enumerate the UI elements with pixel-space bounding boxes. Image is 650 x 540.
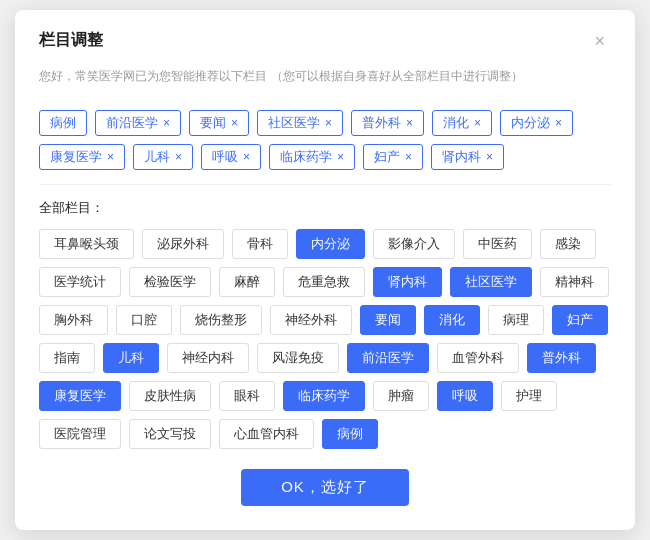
all-tag-item[interactable]: 麻醉 — [219, 267, 275, 297]
all-tag-item[interactable]: 神经内科 — [167, 343, 249, 373]
all-tag-item[interactable]: 中医药 — [463, 229, 532, 259]
all-tag-item[interactable]: 儿科 — [103, 343, 159, 373]
all-tag-item[interactable]: 社区医学 — [450, 267, 532, 297]
selected-tag[interactable]: 临床药学× — [269, 144, 355, 170]
all-tag-item[interactable]: 精神科 — [540, 267, 609, 297]
section-label: 全部栏目： — [39, 199, 611, 217]
remove-tag-icon[interactable]: × — [555, 116, 562, 130]
remove-tag-icon[interactable]: × — [243, 150, 250, 164]
remove-tag-icon[interactable]: × — [175, 150, 182, 164]
selected-tag[interactable]: 消化× — [432, 110, 492, 136]
close-button[interactable]: × — [588, 30, 611, 52]
all-tags-area: 耳鼻喉头颈泌尿外科骨科内分泌影像介入中医药感染医学统计检验医学麻醉危重急救肾内科… — [39, 229, 611, 449]
selected-tag[interactable]: 肾内科× — [431, 144, 504, 170]
all-tag-item[interactable]: 论文写投 — [129, 419, 211, 449]
all-tag-item[interactable]: 普外科 — [527, 343, 596, 373]
all-tag-item[interactable]: 心血管内科 — [219, 419, 314, 449]
description: 您好，常笑医学网已为您智能推荐以下栏目 （您可以根据自身喜好从全部栏目中进行调整… — [39, 66, 611, 87]
all-tag-item[interactable]: 烧伤整形 — [180, 305, 262, 335]
ok-button[interactable]: OK，选好了 — [241, 469, 409, 506]
dialog-title: 栏目调整 — [39, 30, 103, 51]
all-tag-item[interactable]: 妇产 — [552, 305, 608, 335]
selected-tag[interactable]: 要闻× — [189, 110, 249, 136]
all-tag-item[interactable]: 检验医学 — [129, 267, 211, 297]
selected-tag[interactable]: 内分泌× — [500, 110, 573, 136]
remove-tag-icon[interactable]: × — [406, 116, 413, 130]
all-tag-item[interactable]: 骨科 — [232, 229, 288, 259]
all-tag-item[interactable]: 眼科 — [219, 381, 275, 411]
all-tag-item[interactable]: 胸外科 — [39, 305, 108, 335]
all-tag-item[interactable]: 要闻 — [360, 305, 416, 335]
remove-tag-icon[interactable]: × — [474, 116, 481, 130]
all-tag-item[interactable]: 医学统计 — [39, 267, 121, 297]
remove-tag-icon[interactable]: × — [405, 150, 412, 164]
all-tag-item[interactable]: 医院管理 — [39, 419, 121, 449]
all-tag-item[interactable]: 消化 — [424, 305, 480, 335]
selected-tag[interactable]: 儿科× — [133, 144, 193, 170]
selected-tag[interactable]: 前沿医学× — [95, 110, 181, 136]
selected-tag[interactable]: 病例 — [39, 110, 87, 136]
selected-tag[interactable]: 康复医学× — [39, 144, 125, 170]
selected-tag[interactable]: 妇产× — [363, 144, 423, 170]
all-tag-item[interactable]: 皮肤性病 — [129, 381, 211, 411]
dialog-header: 栏目调整 × — [39, 30, 611, 52]
all-tag-item[interactable]: 血管外科 — [437, 343, 519, 373]
all-tag-item[interactable]: 肾内科 — [373, 267, 442, 297]
all-tag-item[interactable]: 内分泌 — [296, 229, 365, 259]
all-tag-item[interactable]: 康复医学 — [39, 381, 121, 411]
remove-tag-icon[interactable]: × — [486, 150, 493, 164]
all-tag-item[interactable]: 肿瘤 — [373, 381, 429, 411]
all-tag-item[interactable]: 神经外科 — [270, 305, 352, 335]
all-tag-item[interactable]: 泌尿外科 — [142, 229, 224, 259]
all-tag-item[interactable]: 病理 — [488, 305, 544, 335]
selected-tag[interactable]: 社区医学× — [257, 110, 343, 136]
all-tag-item[interactable]: 影像介入 — [373, 229, 455, 259]
selected-tag[interactable]: 普外科× — [351, 110, 424, 136]
remove-tag-icon[interactable]: × — [231, 116, 238, 130]
all-tag-item[interactable]: 危重急救 — [283, 267, 365, 297]
desc-hint: （您可以根据自身喜好从全部栏目中进行调整） — [271, 69, 523, 83]
all-tag-item[interactable]: 前沿医学 — [347, 343, 429, 373]
remove-tag-icon[interactable]: × — [163, 116, 170, 130]
selected-tags-area: 病例前沿医学×要闻×社区医学×普外科×消化×内分泌×康复医学×儿科×呼吸×临床药… — [39, 100, 611, 185]
remove-tag-icon[interactable]: × — [107, 150, 114, 164]
dialog: 栏目调整 × 您好，常笑医学网已为您智能推荐以下栏目 （您可以根据自身喜好从全部… — [15, 10, 635, 531]
selected-tag[interactable]: 呼吸× — [201, 144, 261, 170]
all-tag-item[interactable]: 感染 — [540, 229, 596, 259]
all-tag-item[interactable]: 护理 — [501, 381, 557, 411]
remove-tag-icon[interactable]: × — [325, 116, 332, 130]
all-tag-item[interactable]: 耳鼻喉头颈 — [39, 229, 134, 259]
all-tag-item[interactable]: 指南 — [39, 343, 95, 373]
all-tag-item[interactable]: 口腔 — [116, 305, 172, 335]
footer: OK，选好了 — [39, 469, 611, 506]
all-tag-item[interactable]: 临床药学 — [283, 381, 365, 411]
all-tag-item[interactable]: 呼吸 — [437, 381, 493, 411]
all-tag-item[interactable]: 病例 — [322, 419, 378, 449]
all-tag-item[interactable]: 风湿免疫 — [257, 343, 339, 373]
desc-main: 您好，常笑医学网已为您智能推荐以下栏目 — [39, 69, 267, 83]
remove-tag-icon[interactable]: × — [337, 150, 344, 164]
